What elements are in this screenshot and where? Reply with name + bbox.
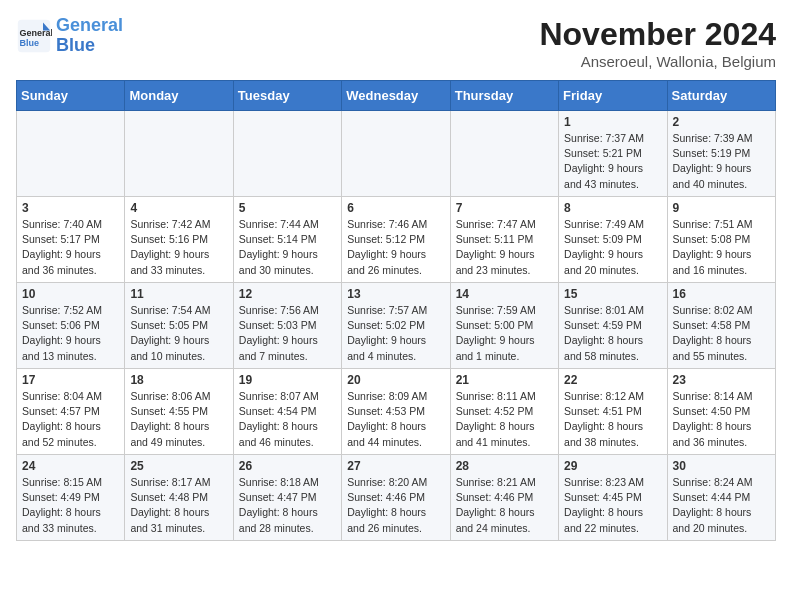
day-cell: 10Sunrise: 7:52 AMSunset: 5:06 PMDayligh… [17,283,125,369]
day-cell: 20Sunrise: 8:09 AMSunset: 4:53 PMDayligh… [342,369,450,455]
day-number: 6 [347,201,444,215]
day-cell: 27Sunrise: 8:20 AMSunset: 4:46 PMDayligh… [342,455,450,541]
day-info: Sunrise: 8:06 AMSunset: 4:55 PMDaylight:… [130,389,227,450]
day-cell: 14Sunrise: 7:59 AMSunset: 5:00 PMDayligh… [450,283,558,369]
day-info: Sunrise: 8:07 AMSunset: 4:54 PMDaylight:… [239,389,336,450]
day-number: 30 [673,459,770,473]
logo-text: General Blue [56,16,123,56]
day-cell: 19Sunrise: 8:07 AMSunset: 4:54 PMDayligh… [233,369,341,455]
day-number: 16 [673,287,770,301]
day-info: Sunrise: 8:04 AMSunset: 4:57 PMDaylight:… [22,389,119,450]
day-cell: 28Sunrise: 8:21 AMSunset: 4:46 PMDayligh… [450,455,558,541]
day-number: 14 [456,287,553,301]
day-info: Sunrise: 7:52 AMSunset: 5:06 PMDaylight:… [22,303,119,364]
day-number: 21 [456,373,553,387]
day-cell: 26Sunrise: 8:18 AMSunset: 4:47 PMDayligh… [233,455,341,541]
month-title: November 2024 [539,16,776,53]
day-info: Sunrise: 7:44 AMSunset: 5:14 PMDaylight:… [239,217,336,278]
day-info: Sunrise: 8:23 AMSunset: 4:45 PMDaylight:… [564,475,661,536]
day-info: Sunrise: 7:47 AMSunset: 5:11 PMDaylight:… [456,217,553,278]
day-cell: 11Sunrise: 7:54 AMSunset: 5:05 PMDayligh… [125,283,233,369]
day-number: 2 [673,115,770,129]
col-header-thursday: Thursday [450,81,558,111]
day-info: Sunrise: 8:12 AMSunset: 4:51 PMDaylight:… [564,389,661,450]
day-info: Sunrise: 7:39 AMSunset: 5:19 PMDaylight:… [673,131,770,192]
day-number: 17 [22,373,119,387]
day-cell: 17Sunrise: 8:04 AMSunset: 4:57 PMDayligh… [17,369,125,455]
day-number: 9 [673,201,770,215]
day-cell: 15Sunrise: 8:01 AMSunset: 4:59 PMDayligh… [559,283,667,369]
day-number: 22 [564,373,661,387]
day-info: Sunrise: 7:59 AMSunset: 5:00 PMDaylight:… [456,303,553,364]
day-number: 29 [564,459,661,473]
day-cell: 23Sunrise: 8:14 AMSunset: 4:50 PMDayligh… [667,369,775,455]
day-info: Sunrise: 7:54 AMSunset: 5:05 PMDaylight:… [130,303,227,364]
day-info: Sunrise: 7:42 AMSunset: 5:16 PMDaylight:… [130,217,227,278]
day-info: Sunrise: 7:57 AMSunset: 5:02 PMDaylight:… [347,303,444,364]
logo-icon: General Blue [16,18,52,54]
week-row-4: 17Sunrise: 8:04 AMSunset: 4:57 PMDayligh… [17,369,776,455]
day-cell [125,111,233,197]
col-header-wednesday: Wednesday [342,81,450,111]
header-row: SundayMondayTuesdayWednesdayThursdayFrid… [17,81,776,111]
day-cell: 29Sunrise: 8:23 AMSunset: 4:45 PMDayligh… [559,455,667,541]
day-number: 3 [22,201,119,215]
day-cell: 6Sunrise: 7:46 AMSunset: 5:12 PMDaylight… [342,197,450,283]
day-info: Sunrise: 7:56 AMSunset: 5:03 PMDaylight:… [239,303,336,364]
logo: General Blue General Blue [16,16,123,56]
day-number: 26 [239,459,336,473]
day-info: Sunrise: 8:17 AMSunset: 4:48 PMDaylight:… [130,475,227,536]
day-cell: 25Sunrise: 8:17 AMSunset: 4:48 PMDayligh… [125,455,233,541]
day-cell: 7Sunrise: 7:47 AMSunset: 5:11 PMDaylight… [450,197,558,283]
day-number: 27 [347,459,444,473]
day-number: 4 [130,201,227,215]
day-info: Sunrise: 7:49 AMSunset: 5:09 PMDaylight:… [564,217,661,278]
day-cell: 9Sunrise: 7:51 AMSunset: 5:08 PMDaylight… [667,197,775,283]
week-row-1: 1Sunrise: 7:37 AMSunset: 5:21 PMDaylight… [17,111,776,197]
col-header-tuesday: Tuesday [233,81,341,111]
day-info: Sunrise: 7:37 AMSunset: 5:21 PMDaylight:… [564,131,661,192]
day-number: 18 [130,373,227,387]
day-cell: 21Sunrise: 8:11 AMSunset: 4:52 PMDayligh… [450,369,558,455]
day-cell [342,111,450,197]
day-number: 1 [564,115,661,129]
day-info: Sunrise: 8:24 AMSunset: 4:44 PMDaylight:… [673,475,770,536]
day-number: 20 [347,373,444,387]
day-cell: 4Sunrise: 7:42 AMSunset: 5:16 PMDaylight… [125,197,233,283]
col-header-sunday: Sunday [17,81,125,111]
day-info: Sunrise: 7:51 AMSunset: 5:08 PMDaylight:… [673,217,770,278]
day-info: Sunrise: 8:14 AMSunset: 4:50 PMDaylight:… [673,389,770,450]
day-cell [17,111,125,197]
col-header-saturday: Saturday [667,81,775,111]
day-info: Sunrise: 8:15 AMSunset: 4:49 PMDaylight:… [22,475,119,536]
location-title: Anseroeul, Wallonia, Belgium [539,53,776,70]
day-info: Sunrise: 8:11 AMSunset: 4:52 PMDaylight:… [456,389,553,450]
day-number: 8 [564,201,661,215]
day-info: Sunrise: 7:46 AMSunset: 5:12 PMDaylight:… [347,217,444,278]
day-cell: 18Sunrise: 8:06 AMSunset: 4:55 PMDayligh… [125,369,233,455]
day-cell: 3Sunrise: 7:40 AMSunset: 5:17 PMDaylight… [17,197,125,283]
day-cell: 16Sunrise: 8:02 AMSunset: 4:58 PMDayligh… [667,283,775,369]
calendar-table: SundayMondayTuesdayWednesdayThursdayFrid… [16,80,776,541]
day-number: 15 [564,287,661,301]
week-row-2: 3Sunrise: 7:40 AMSunset: 5:17 PMDaylight… [17,197,776,283]
day-cell: 2Sunrise: 7:39 AMSunset: 5:19 PMDaylight… [667,111,775,197]
day-info: Sunrise: 8:18 AMSunset: 4:47 PMDaylight:… [239,475,336,536]
day-info: Sunrise: 8:21 AMSunset: 4:46 PMDaylight:… [456,475,553,536]
day-number: 25 [130,459,227,473]
col-header-friday: Friday [559,81,667,111]
day-number: 19 [239,373,336,387]
day-info: Sunrise: 7:40 AMSunset: 5:17 PMDaylight:… [22,217,119,278]
col-header-monday: Monday [125,81,233,111]
day-number: 11 [130,287,227,301]
logo-line1: General [56,15,123,35]
svg-text:Blue: Blue [20,38,40,48]
week-row-5: 24Sunrise: 8:15 AMSunset: 4:49 PMDayligh… [17,455,776,541]
day-cell [233,111,341,197]
day-info: Sunrise: 8:02 AMSunset: 4:58 PMDaylight:… [673,303,770,364]
header: General Blue General Blue November 2024 … [16,16,776,70]
day-cell: 30Sunrise: 8:24 AMSunset: 4:44 PMDayligh… [667,455,775,541]
day-info: Sunrise: 8:01 AMSunset: 4:59 PMDaylight:… [564,303,661,364]
day-cell: 22Sunrise: 8:12 AMSunset: 4:51 PMDayligh… [559,369,667,455]
title-block: November 2024 Anseroeul, Wallonia, Belgi… [539,16,776,70]
